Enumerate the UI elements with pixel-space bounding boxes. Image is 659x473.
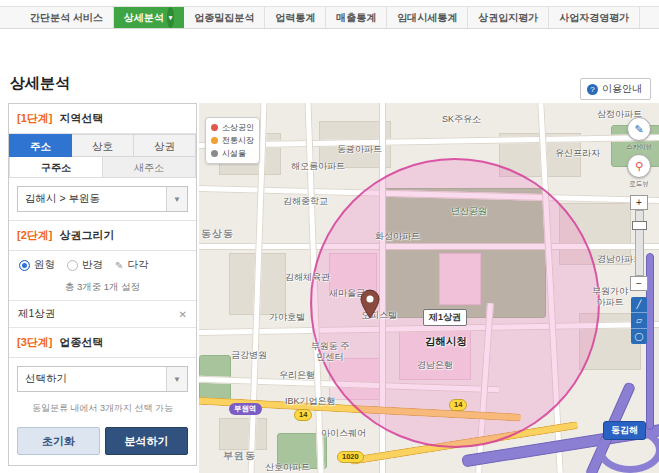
trade-area-name: 제1상권 [18,307,55,321]
dropdown-arrow-icon: ▾ [167,7,175,28]
category-select[interactable]: 선택하기 ▼ [17,366,188,392]
map-label: 년산공원 [451,205,487,218]
step1-title: 지역선택 [60,112,104,124]
region-select[interactable]: 김해시 > 부원동 ▼ [17,186,188,212]
trade-area-tag[interactable]: 제1상권 [423,309,467,326]
chevron-down-icon: ▼ [166,187,187,211]
app-window: 간단분석 서비스 상세분석▾ 업종밀집분석 업력통계 매출통계 임대시세통계 상… [0,0,659,473]
map-label: 산호아파트 [265,461,310,473]
option-radius-label: 반경 [82,258,103,272]
legend-label: 시설물 [222,148,246,159]
pencil-icon: ✎ [115,260,123,271]
legend-traditional-market[interactable]: 전통시장 [211,134,254,147]
map-label: 김해중학교 [283,195,328,208]
step2-badge: [2단계] [17,229,52,241]
skyview-button[interactable]: ✎ [627,117,651,141]
map-label: 가야호텔 [269,311,305,324]
zoom-out-button[interactable]: − [630,276,648,291]
roadview-button[interactable]: ⚲ [627,154,651,178]
legend-small-business[interactable]: 소상공인 [211,121,254,134]
action-buttons: 초기화 분석하기 [9,423,196,465]
route-number-badge: 14 [294,409,312,421]
tab-store-name[interactable]: 상호 [72,134,134,157]
map-label: 부원동 [223,449,256,463]
analyze-button[interactable]: 분석하기 [105,427,188,455]
remove-area-button[interactable]: ✕ [179,309,187,320]
nav-location-rating[interactable]: 상권입지평가 [468,7,549,28]
search-mode-tabs: 주소 상호 상권 [9,134,196,157]
nav-density-analysis[interactable]: 업종밀집분석 [184,7,265,28]
nav-simple-analysis[interactable]: 간단분석 서비스 [20,7,114,28]
radio-on-icon [19,260,30,271]
nav-detail-analysis[interactable]: 상세분석▾ [114,7,185,28]
zoom-slider-handle[interactable] [632,221,647,230]
nav-detail-analysis-label: 상세분석 [124,12,164,23]
page-title: 상세분석 [10,74,70,93]
draw-shape-options: 원형 반경 ✎ 다각 [9,251,196,279]
map-label: IBK기업은행 [285,395,336,408]
analysis-panel: [1단계] 지역선택 주소 상호 상권 구주소 새주소 김해시 > 부원동 ▼ … [8,103,197,466]
step2-title: 상권그리기 [60,229,115,241]
measure-radius-icon[interactable]: ◯ [631,329,647,344]
step2-header: [2단계] 상권그리기 [9,220,196,251]
building-block [219,418,267,450]
subtab-new-address[interactable]: 새주소 [103,157,196,178]
map-label: 해오름아파트 [291,160,345,173]
road-sign: 동김해 [603,421,646,440]
step3-badge: [3단계] [17,336,52,348]
map-label: 부원동 주민센터 [307,341,353,363]
nav-management-rating[interactable]: 사업자경영평가 [549,7,640,28]
map-label: 금강병원 [231,349,267,362]
map-label: 김해체육관 [285,271,330,284]
tab-address[interactable]: 주소 [9,134,72,157]
trade-area-list-item: 제1상권 ✕ [9,300,196,328]
legend-label: 전통시장 [222,135,254,146]
nav-rent-stats[interactable]: 임대시세통계 [387,7,468,28]
measure-toolbar: ╱ ▱ ◯ [631,297,647,344]
pin-icon [211,124,218,131]
map-label: 동광아파트 [337,143,382,156]
legend-label: 소상공인 [222,122,254,133]
map-label: 화성아파트 [375,230,420,243]
measure-distance-icon[interactable]: ╱ [631,297,647,313]
category-hint: 동일분류 내에서 3개까지 선택 가능 [9,400,196,423]
subtab-old-address[interactable]: 구주소 [9,157,103,178]
option-circle[interactable]: 원형 [19,258,55,272]
step3-header: [3단계] 업종선택 [9,328,196,358]
question-icon: ? [587,84,598,95]
option-radius[interactable]: 반경 [67,258,103,272]
nav-sales-stats[interactable]: 매출통계 [326,7,387,28]
map-legend: 소상공인 전통시장 시설물 [205,117,260,164]
roadview-label: 로드뷰 [629,180,649,189]
map-label: 유신프라자 [555,147,600,160]
top-navigation: 간단분석 서비스 상세분석▾ 업종밀집분석 업력통계 매출통계 임대시세통계 상… [0,6,659,29]
chevron-down-icon: ▼ [166,367,187,391]
help-button-label: 이용안내 [602,82,642,96]
skyview-label: 스카이뷰 [626,143,652,152]
map-controls: ✎ 스카이뷰 ⚲ 로드뷰 + − ╱ ▱ ◯ [623,117,655,344]
option-polygon[interactable]: ✎ 다각 [115,258,148,272]
map-label: 동상동 [201,227,234,241]
map-canvas[interactable]: 제1상권 SK주유소삼정아파트동광아파트해오름아파트유신프라자김해중학교동상동화… [199,103,659,473]
map-label: 김해시청 [425,335,467,349]
map-label: 경남은행 [417,359,453,372]
measure-area-icon[interactable]: ▱ [631,313,647,329]
map-label: SK주유소 [442,113,481,126]
market-icon [211,137,218,144]
zoom-in-button[interactable]: + [630,195,648,210]
nav-business-age-stats[interactable]: 업력통계 [265,7,326,28]
map-pin-icon[interactable] [359,289,381,319]
address-type-subtabs: 구주소 새주소 [9,157,196,178]
legend-facilities[interactable]: 시설물 [211,147,254,160]
step3-title: 업종선택 [60,336,104,348]
route-number-badge: 14 [449,399,467,411]
zoom-slider[interactable] [635,210,644,276]
option-circle-label: 원형 [34,258,55,272]
route-number-badge: 1020 [337,451,364,463]
reset-button[interactable]: 초기화 [17,427,100,455]
help-button[interactable]: ? 이용안내 [580,78,651,100]
step1-header: [1단계] 지역선택 [9,104,196,134]
map-label: 아이스퀘어 [321,427,366,440]
option-polygon-label: 다각 [127,258,148,272]
tab-trade-area[interactable]: 상권 [134,134,196,157]
